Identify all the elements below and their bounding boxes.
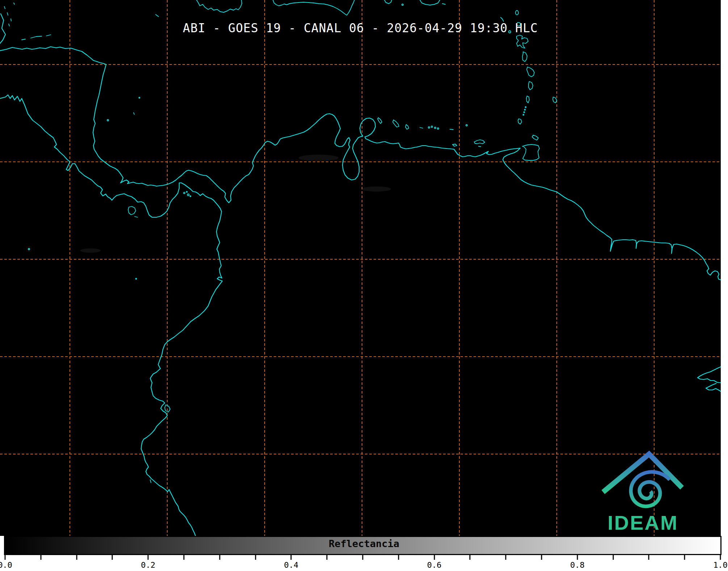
coastline-caribbean-mainland: [0, 47, 350, 203]
major-tick: [148, 555, 149, 560]
satellite-product-figure: ABI - GOES 19 - CANAL 06 - 2026-04-29 19…: [0, 0, 728, 571]
island-grenada: [518, 119, 522, 124]
major-tick: [5, 555, 6, 560]
island-la-orchila: [450, 129, 453, 130]
island-jamaica: [197, 0, 242, 12]
island-los-roques-2: [431, 126, 433, 127]
island-st-lucia: [529, 81, 533, 90]
island-perlas-1: [184, 192, 185, 194]
island-la-tortuga: [453, 144, 457, 146]
tick-label: 0.6: [427, 560, 442, 570]
island-san-andres: [134, 113, 134, 114]
major-tick: [434, 555, 435, 560]
island-perlas-3: [188, 194, 189, 196]
island-grenadine-1: [525, 107, 526, 108]
island-tobago: [532, 135, 538, 140]
minor-tick: [327, 555, 328, 560]
island-mona: [402, 4, 403, 5]
coastline-amazon-fragment: [698, 367, 721, 391]
island-los-roques-1: [428, 127, 430, 128]
minor-tick: [398, 555, 399, 560]
island-margarita: [474, 140, 485, 144]
map-area: ABI - GOES 19 - CANAL 06 - 2026-04-29 19…: [0, 0, 721, 536]
logo-wordmark: IDEAM: [607, 511, 678, 534]
island-las-aves: [420, 127, 423, 128]
island-corn: [107, 119, 109, 121]
island-coche: [479, 146, 481, 147]
colorbar-title: Reflectancia: [0, 538, 728, 549]
minor-tick: [40, 555, 41, 560]
minor-tick: [362, 555, 363, 560]
island-curacao: [393, 120, 399, 127]
island-los-roques-4: [437, 128, 439, 129]
island-roatan: [31, 36, 42, 38]
minor-tick: [505, 555, 506, 560]
coastline-pacific: [0, 95, 222, 536]
island-pedro-cays: [156, 14, 159, 17]
island-martinique: [527, 67, 534, 77]
island-st-vincent: [526, 96, 529, 103]
ideam-logo: IDEAM: [594, 446, 691, 536]
major-tick: [720, 555, 721, 560]
island-puerto-rico: [420, 0, 440, 5]
minor-tick: [184, 555, 185, 560]
minor-tick: [541, 555, 542, 560]
faint-reflectance: [80, 155, 391, 253]
island-vieques: [442, 4, 445, 4]
island-perlas-2: [186, 192, 188, 193]
island-lobos: [150, 480, 151, 483]
colorbar-tick-labels: 0.00.20.40.60.81.0: [0, 560, 728, 570]
island-los-roques-3: [434, 127, 436, 129]
coastline-venezuela-guyana: [358, 118, 721, 280]
tick-label: 1.0: [713, 560, 728, 570]
minor-tick: [684, 555, 685, 560]
minor-tick: [76, 555, 77, 560]
minor-tick: [255, 555, 256, 560]
island-malpelo: [136, 278, 137, 280]
island-coiba: [128, 206, 136, 215]
island-barbuda: [516, 11, 518, 15]
minor-tick: [613, 555, 614, 560]
island-aruba: [378, 118, 382, 123]
product-title: ABI - GOES 19 - CANAL 06 - 2026-04-29 19…: [0, 21, 721, 35]
islands-greater-antilles: [197, 0, 445, 15]
minor-tick: [112, 555, 113, 560]
major-tick: [291, 555, 292, 560]
island-providencia: [139, 97, 140, 98]
island-cebaco: [135, 217, 138, 217]
tick-label: 0.0: [0, 560, 12, 570]
tick-label: 0.8: [570, 560, 585, 570]
minor-tick: [219, 555, 220, 560]
logo-swirl-icon: [631, 472, 670, 506]
island-la-blanquilla: [466, 125, 467, 126]
tick-label: 0.4: [284, 560, 299, 570]
minor-tick: [648, 555, 649, 560]
island-utila: [22, 39, 25, 40]
island-barbados: [553, 97, 557, 103]
island-guadeloupe: [517, 35, 528, 48]
minor-tick: [470, 555, 471, 560]
island-cocos: [28, 248, 30, 250]
island-hispaniola: [273, 0, 354, 15]
island-grenadine-4: [523, 114, 524, 116]
island-grenadine-3: [524, 112, 525, 113]
island-dominica: [522, 52, 527, 62]
islands-venezuela-offshore: [378, 118, 485, 147]
island-perlas-4: [190, 196, 191, 197]
island-hispaniola-east: [384, 0, 392, 4]
island-trinidad: [522, 144, 539, 160]
colorbar-ticks: [0, 555, 728, 560]
island-grenadine-2: [525, 109, 526, 110]
tick-label: 0.2: [141, 560, 155, 570]
island-bonaire: [405, 125, 409, 129]
major-tick: [577, 555, 578, 560]
